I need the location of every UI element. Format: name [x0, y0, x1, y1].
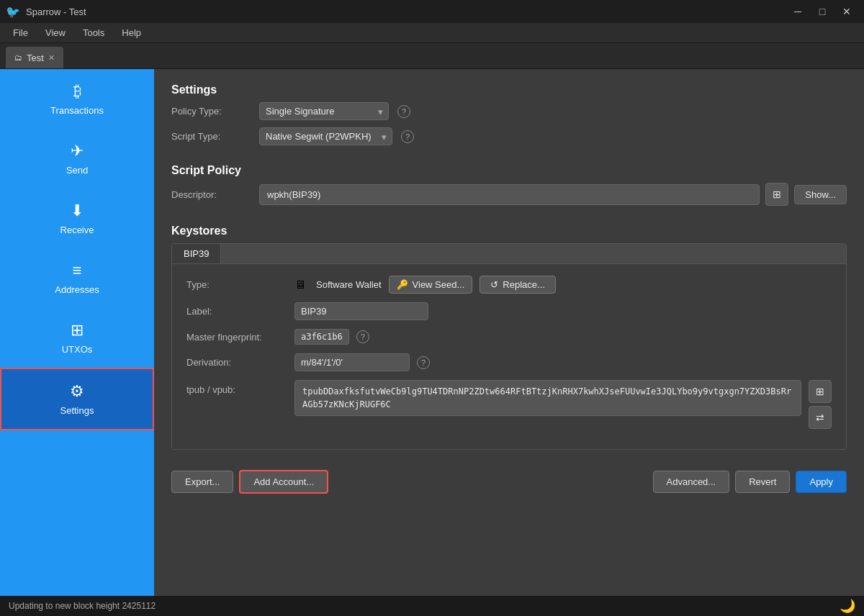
export-button[interactable]: Export...: [171, 471, 233, 493]
bitcoin-icon: ₿: [73, 82, 81, 101]
script-type-label: Script Type:: [171, 131, 251, 142]
add-account-button[interactable]: Add Account...: [239, 470, 328, 494]
type-row: Type: 🖥 Software Wallet 🔑 View Seed... ↺…: [186, 276, 832, 294]
menu-bar: File View Tools Help: [0, 23, 864, 43]
moon-icon: 🌙: [840, 598, 855, 614]
script-policy-title: Script Policy: [171, 164, 847, 177]
script-type-select[interactable]: Native Segwit (P2WPKH): [259, 127, 392, 145]
replace-icon: ↺: [490, 279, 498, 290]
policy-type-help-icon[interactable]: ?: [397, 105, 410, 118]
script-type-select-wrapper[interactable]: Native Segwit (P2WPKH): [259, 127, 392, 145]
sidebar-item-receive[interactable]: ⬇ Receive: [0, 189, 154, 248]
receive-icon: ⬇: [71, 201, 84, 220]
tpub-grid-button[interactable]: ⊞: [809, 380, 832, 403]
sidebar-label-settings: Settings: [60, 405, 94, 416]
menu-view[interactable]: View: [38, 24, 73, 41]
tpub-swap-button[interactable]: ⇄: [809, 406, 832, 429]
type-value-row: 🖥 Software Wallet 🔑 View Seed... ↺ Repla…: [294, 276, 556, 294]
status-bar: Updating to new block height 2425112 🌙: [0, 596, 864, 616]
sidebar-label-send: Send: [66, 165, 88, 176]
view-seed-button[interactable]: 🔑 View Seed...: [389, 276, 473, 294]
keystore-tab-bip39[interactable]: BIP39: [172, 244, 221, 263]
master-fingerprint-row: Master fingerprint: a3f6c1b6 ?: [186, 329, 832, 345]
fingerprint-help-icon[interactable]: ?: [356, 330, 369, 343]
utxos-icon: ⊞: [71, 321, 84, 340]
derivation-input[interactable]: [294, 353, 410, 371]
send-icon: ✈: [71, 142, 84, 160]
sidebar: ₿ Transactions ✈ Send ⬇ Receive ≡ Addres…: [0, 69, 154, 596]
tab-test[interactable]: 🗂 Test ✕: [6, 47, 63, 68]
tpub-buttons: ⊞ ⇄: [809, 380, 832, 429]
keystore-tab-label: BIP39: [184, 248, 209, 259]
keystore-content: Type: 🖥 Software Wallet 🔑 View Seed... ↺…: [172, 264, 846, 449]
addresses-icon: ≡: [73, 261, 82, 280]
monitor-icon: 🖥: [294, 278, 306, 291]
minimize-button[interactable]: ─: [786, 1, 809, 22]
tpub-row: tpub / vpub: tpubDDaxfksfutvWeCb9lg9TU4T…: [186, 380, 832, 429]
app-icon: 🐦: [6, 5, 20, 19]
fingerprint-value: a3f6c1b6: [294, 329, 349, 345]
script-type-help-icon[interactable]: ?: [401, 130, 414, 143]
script-policy-section: Script Policy Descriptor: ⊞ Show...: [171, 164, 847, 213]
keystore-tabs: BIP39: [172, 244, 846, 264]
type-label: Type:: [186, 279, 287, 290]
sidebar-label-addresses: Addresses: [55, 284, 99, 295]
settings-section: Settings Policy Type: Single Signature ?…: [171, 83, 847, 153]
apply-button[interactable]: Apply: [796, 471, 847, 493]
close-button[interactable]: ✕: [835, 1, 858, 22]
descriptor-show-button[interactable]: Show...: [794, 185, 847, 204]
derivation-row: Derivation: ?: [186, 353, 832, 371]
advanced-button[interactable]: Advanced...: [653, 471, 730, 493]
keystore-panel: BIP39 Type: 🖥 Software Wallet 🔑 View See…: [171, 243, 847, 450]
sidebar-item-settings[interactable]: ⚙ Settings: [0, 368, 154, 430]
title-bar-controls: ─ □ ✕: [786, 1, 858, 22]
derivation-help-icon[interactable]: ?: [417, 356, 430, 369]
descriptor-row: Descriptor: ⊞ Show...: [171, 183, 847, 206]
revert-button[interactable]: Revert: [735, 471, 790, 493]
key-icon: 🔑: [397, 279, 408, 290]
keystores-title: Keystores: [171, 225, 847, 237]
tab-close-button[interactable]: ✕: [48, 53, 55, 63]
footer-buttons: Export... Add Account... Advanced... Rev…: [171, 461, 847, 497]
master-fingerprint-label: Master fingerprint:: [186, 332, 287, 343]
sidebar-item-addresses[interactable]: ≡ Addresses: [0, 248, 154, 308]
settings-icon: ⚙: [70, 382, 84, 401]
label-field-label: Label:: [186, 306, 287, 317]
replace-label: Replace...: [503, 279, 545, 290]
replace-button[interactable]: ↺ Replace...: [480, 276, 556, 294]
menu-tools[interactable]: Tools: [76, 24, 112, 41]
tab-icon: 🗂: [14, 53, 22, 62]
tab-bar: 🗂 Test ✕: [0, 43, 864, 69]
menu-help[interactable]: Help: [114, 24, 148, 41]
maximize-button[interactable]: □: [811, 1, 834, 22]
status-text: Updating to new block height 2425112: [9, 601, 156, 611]
policy-type-row: Policy Type: Single Signature ?: [171, 102, 847, 120]
keystores-section: Keystores BIP39 Type: 🖥 Software Wallet: [171, 225, 847, 450]
menu-file[interactable]: File: [6, 24, 35, 41]
sidebar-label-receive: Receive: [60, 225, 94, 235]
sidebar-item-transactions[interactable]: ₿ Transactions: [0, 69, 154, 129]
descriptor-input-row: ⊞ Show...: [259, 183, 847, 206]
descriptor-grid-button[interactable]: ⊞: [765, 183, 788, 206]
view-seed-label: View Seed...: [413, 279, 465, 290]
derivation-label: Derivation:: [186, 357, 287, 368]
content-area: Settings Policy Type: Single Signature ?…: [154, 69, 864, 596]
title-bar-left: 🐦 Sparrow - Test: [6, 5, 86, 19]
policy-type-select[interactable]: Single Signature: [259, 102, 389, 120]
main-area: ₿ Transactions ✈ Send ⬇ Receive ≡ Addres…: [0, 69, 864, 596]
descriptor-input[interactable]: [259, 184, 760, 205]
label-row: Label:: [186, 302, 832, 320]
type-value: Software Wallet: [316, 279, 382, 290]
sidebar-item-send[interactable]: ✈ Send: [0, 129, 154, 189]
tpub-label: tpub / vpub:: [186, 380, 287, 395]
settings-title: Settings: [171, 83, 847, 96]
label-input[interactable]: [294, 302, 428, 320]
sidebar-label-transactions: Transactions: [50, 105, 104, 116]
app-title: Sparrow - Test: [26, 6, 86, 17]
script-type-row: Script Type: Native Segwit (P2WPKH) ?: [171, 127, 847, 145]
policy-type-select-wrapper[interactable]: Single Signature: [259, 102, 389, 120]
tab-label: Test: [27, 53, 44, 63]
tpub-value: tpubDDaxfksfutvWeCb9lg9TU4TDRnNP2ZDtw664…: [294, 380, 801, 416]
sidebar-label-utxos: UTXOs: [62, 344, 93, 355]
sidebar-item-utxos[interactable]: ⊞ UTXOs: [0, 308, 154, 368]
